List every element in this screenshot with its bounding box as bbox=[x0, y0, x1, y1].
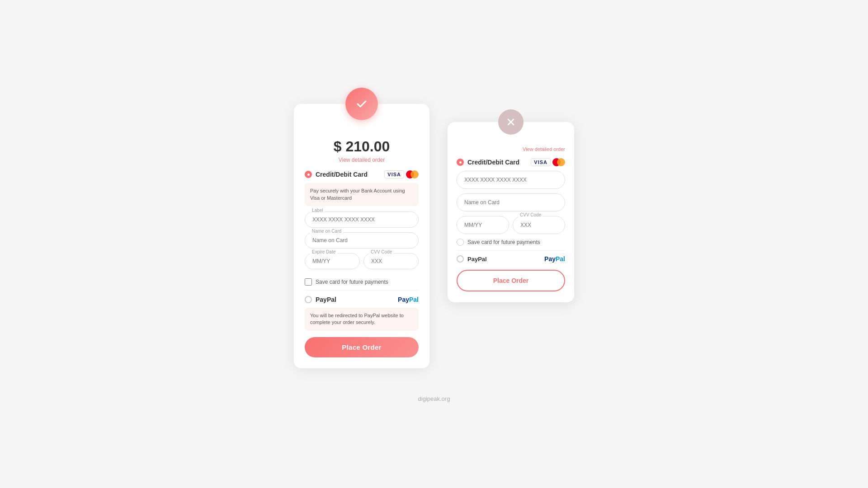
right-paypal-logo: PayPal bbox=[544, 255, 565, 263]
place-order-button-left[interactable]: Place Order bbox=[305, 337, 419, 357]
credit-card-radio[interactable] bbox=[305, 171, 312, 178]
cvv-label: CVV Code bbox=[369, 249, 394, 254]
paypal-text: PayPal bbox=[316, 296, 336, 303]
close-button[interactable] bbox=[498, 109, 524, 135]
right-credit-card-radio[interactable] bbox=[457, 159, 464, 166]
paypal-description: You will be redirected to PayPal website… bbox=[305, 308, 419, 331]
name-on-card-input[interactable] bbox=[305, 232, 419, 249]
main-wrapper: $ 210.00 View detailed order Credit/Debi… bbox=[294, 86, 574, 368]
paypal-section: PayPal PayPal You will be redirected to … bbox=[305, 290, 419, 331]
right-mastercard-logo bbox=[552, 158, 565, 166]
right-cvv-label: CVV Code bbox=[518, 212, 543, 217]
right-paypal-text: PayPal bbox=[467, 256, 487, 263]
save-card-checkbox[interactable] bbox=[305, 278, 312, 286]
cvv-group: CVV Code bbox=[363, 253, 419, 269]
label-field-label: Label bbox=[310, 208, 325, 213]
right-card-logos: VISA bbox=[531, 158, 565, 166]
right-credit-card-text: Credit/Debit Card bbox=[467, 159, 519, 166]
mc-right-circle bbox=[410, 170, 419, 178]
right-cvv-input[interactable] bbox=[513, 216, 565, 234]
right-visa-logo: VISA bbox=[531, 158, 551, 166]
expire-cvv-row: Expire Date CVV Code bbox=[305, 253, 419, 274]
save-card-row: Save card for future payments bbox=[305, 278, 419, 286]
credit-card-label: Credit/Debit Card bbox=[305, 171, 368, 178]
mastercard-logo bbox=[406, 170, 419, 178]
right-save-card-row: Save card for future payments bbox=[457, 239, 565, 246]
visa-logo: VISA bbox=[384, 170, 404, 178]
paypal-logo: PayPal bbox=[398, 296, 419, 303]
left-payment-card: $ 210.00 View detailed order Credit/Debi… bbox=[294, 104, 429, 368]
cvv-input[interactable] bbox=[363, 253, 419, 269]
footer-text: digipeak.org bbox=[418, 395, 450, 402]
expire-date-input[interactable] bbox=[305, 253, 360, 269]
name-on-card-label: Name on Card bbox=[310, 229, 343, 234]
view-order-link-right[interactable]: View detailed order bbox=[457, 146, 565, 152]
credit-card-header: Credit/Debit Card VISA bbox=[305, 170, 419, 178]
success-icon bbox=[345, 88, 378, 120]
card-number-input[interactable] bbox=[305, 211, 419, 228]
amount-display: $ 210.00 bbox=[305, 138, 419, 155]
right-save-card-label: Save card for future payments bbox=[467, 239, 540, 245]
right-name-on-card-input[interactable] bbox=[457, 193, 565, 211]
credit-card-text: Credit/Debit Card bbox=[316, 171, 368, 178]
expire-date-group: Expire Date bbox=[305, 253, 360, 269]
right-paypal-radio[interactable] bbox=[457, 255, 464, 263]
right-expire-input[interactable] bbox=[457, 216, 509, 234]
paypal-label: PayPal bbox=[305, 296, 336, 303]
right-mc-right bbox=[557, 158, 565, 166]
save-card-label: Save card for future payments bbox=[316, 279, 388, 285]
place-order-button-right[interactable]: Place Order bbox=[457, 270, 565, 291]
right-paypal-label: PayPal bbox=[457, 255, 487, 263]
right-save-card-checkbox[interactable] bbox=[457, 239, 464, 246]
name-on-card-group: Name on Card bbox=[305, 232, 419, 249]
right-expire-wrapper bbox=[457, 216, 509, 234]
view-order-link-left[interactable]: View detailed order bbox=[305, 157, 419, 163]
right-payment-modal: View detailed order Credit/Debit Card VI… bbox=[448, 122, 574, 302]
right-credit-card-header: Credit/Debit Card VISA bbox=[457, 158, 565, 166]
right-cvv-wrapper: CVV Code bbox=[513, 216, 565, 234]
right-paypal-row: PayPal PayPal bbox=[457, 250, 565, 263]
card-number-group: Label bbox=[305, 211, 419, 228]
paypal-header: PayPal PayPal bbox=[305, 296, 419, 303]
card-logos: VISA bbox=[384, 170, 419, 178]
expire-date-label: Expire Date bbox=[310, 249, 337, 254]
right-expire-cvv-row: CVV Code bbox=[457, 216, 565, 234]
right-card-number-input[interactable] bbox=[457, 171, 565, 189]
pay-securely-text: Pay securely with your Bank Account usin… bbox=[305, 183, 419, 206]
paypal-radio[interactable] bbox=[305, 296, 312, 303]
right-credit-card-label: Credit/Debit Card bbox=[457, 159, 519, 166]
